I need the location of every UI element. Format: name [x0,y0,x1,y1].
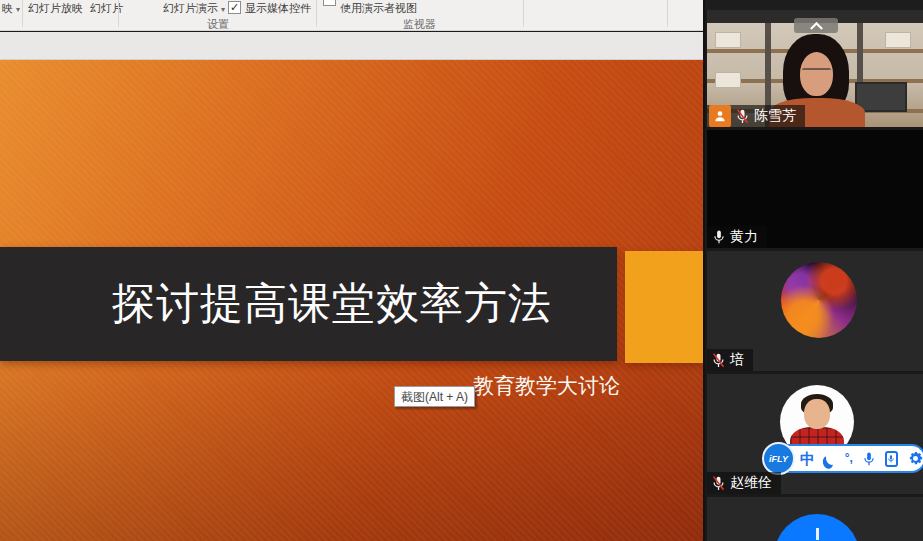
video-background-books [715,72,741,88]
presentation-slide: 探讨提高课堂效率方法 教育教学大讨论 截图(Alt + A) [0,60,705,541]
ime-punctuation-button[interactable]: °, [845,451,853,466]
ribbon-group-divider [523,0,524,27]
slide-accent-rectangle [625,251,704,363]
microphone-muted-icon [711,475,726,492]
tab-slideshow[interactable]: 幻灯片放映 [28,1,83,16]
participant-name-chip: 赵维佺 [707,472,781,494]
ime-settings-button[interactable] [907,450,923,467]
avatar-initial-mark [816,528,819,540]
powerpoint-ribbon: 映 ▾ 幻灯片放映 幻灯片 幻灯片演示 ▾ ✓ 显示媒体控件 设置 使用演示者视… [0,0,705,31]
slide-title: 探讨提高课堂效率方法 [0,275,552,333]
participant-name: 黄力 [730,228,758,246]
participant-tile-partial[interactable] [707,497,923,541]
presenter-dropdown-button[interactable]: 幻灯片演示 ▾ [163,1,225,16]
gear-icon [907,450,923,467]
slide-title-banner: 探讨提高课堂效率方法 [0,247,617,361]
ime-voice-panel-button[interactable] [885,451,898,467]
ribbon-group-divider [667,0,668,27]
ribbon-divider [22,0,23,27]
participants-sidebar: 陈雪芳 黄力 培 [703,0,923,541]
use-presenter-view-checkbox[interactable] [323,0,336,6]
ribbon-partial-play-label: 映 [2,2,13,14]
host-badge [709,105,731,127]
participant-name-chip: 陈雪芳 [707,105,805,127]
ime-toolbar: iFLY 中 °, [764,444,923,473]
settings-group-label: 设置 [120,17,316,31]
use-presenter-view-label[interactable]: 使用演示者视图 [340,1,417,16]
ribbon-partial-play-button[interactable]: 映 ▾ [2,1,20,16]
participant-name-chip: 黄力 [707,226,767,248]
avatar [781,262,857,338]
moon-fullhalf-width-icon[interactable] [824,451,837,466]
screenshot-shortcut-tooltip: 截图(Alt + A) [394,386,475,407]
participant-silhouette-glasses [802,68,831,76]
video-background-books [715,32,741,48]
ime-voice-input-button[interactable] [862,451,876,467]
microphone-on-icon [711,229,726,246]
microphone-muted-icon [735,108,750,125]
slide-subtitle: 教育教学大讨论 [473,372,620,400]
participant-name-chip: 培 [707,349,753,371]
participant-tile-video[interactable]: 陈雪芳 [707,10,923,127]
meeting-screen-share-window: 映 ▾ 幻灯片放映 幻灯片 幻灯片演示 ▾ ✓ 显示媒体控件 设置 使用演示者视… [0,0,923,541]
presenter-dropdown-label: 幻灯片演示 [163,2,218,14]
microphone-muted-icon [711,475,726,492]
sidebar-top-strip [705,0,923,10]
ime-logo[interactable]: iFLY [762,442,795,475]
microphone-muted-icon [711,352,726,369]
ribbon-divider [118,0,119,27]
dropdown-arrow-icon: ▾ [16,5,20,14]
video-background-books [885,32,911,48]
ribbon-empty-strip [0,32,705,60]
avatar-face [804,399,830,429]
ime-language-mode-button[interactable]: 中 [800,451,815,466]
participant-name: 培 [730,351,744,369]
microphone-muted-icon [735,108,750,125]
show-media-controls-label[interactable]: 显示媒体控件 [245,1,311,16]
microphone-muted-icon [711,352,726,369]
dropdown-arrow-icon: ▾ [221,5,225,14]
collapse-panel-button[interactable] [794,18,838,33]
microphone-small-icon [887,454,895,464]
show-media-controls-checkbox[interactable]: ✓ [228,1,241,14]
participant-tile-avatar[interactable]: 培 [707,251,923,371]
monitor-group-label: 监视器 [316,17,523,31]
chevron-up-icon [810,22,823,35]
person-icon [713,109,727,123]
microphone-icon [862,451,876,467]
microphone-on-icon [712,229,726,245]
participant-name: 陈雪芳 [754,107,796,125]
participant-name: 赵维佺 [730,474,772,492]
participant-tile-black[interactable]: 黄力 [707,130,923,248]
participant-tile-avatar[interactable]: iFLY 中 °, 赵维佺 [707,374,923,494]
